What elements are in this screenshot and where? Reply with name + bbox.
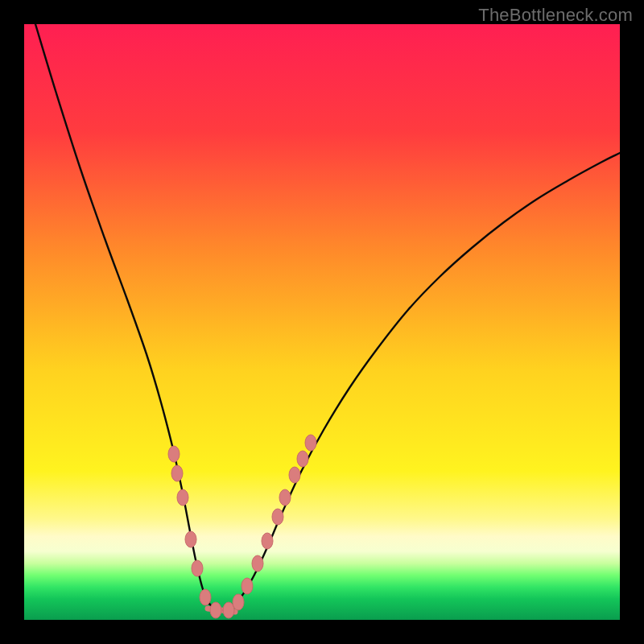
watermark-text: TheBottleneck.com xyxy=(478,5,633,26)
curve-marker xyxy=(297,451,308,467)
curve-marker xyxy=(305,435,316,451)
curve-marker xyxy=(242,578,253,594)
chart-curves xyxy=(24,24,620,620)
curve-marker xyxy=(200,589,211,605)
curve-marker xyxy=(272,509,283,525)
curve-marker xyxy=(279,489,291,506)
curve-marker xyxy=(210,602,221,618)
curve-marker xyxy=(252,555,263,572)
curve-marker xyxy=(262,533,273,549)
series-right-branch xyxy=(224,153,620,610)
curve-marker xyxy=(185,531,196,547)
series-left-branch xyxy=(35,24,217,610)
curve-marker xyxy=(168,446,180,462)
chart-frame xyxy=(24,24,620,620)
curve-marker xyxy=(171,465,183,481)
curve-marker xyxy=(192,560,203,576)
curve-marker xyxy=(177,489,188,506)
curve-marker xyxy=(289,467,300,483)
curve-marker xyxy=(233,594,244,610)
